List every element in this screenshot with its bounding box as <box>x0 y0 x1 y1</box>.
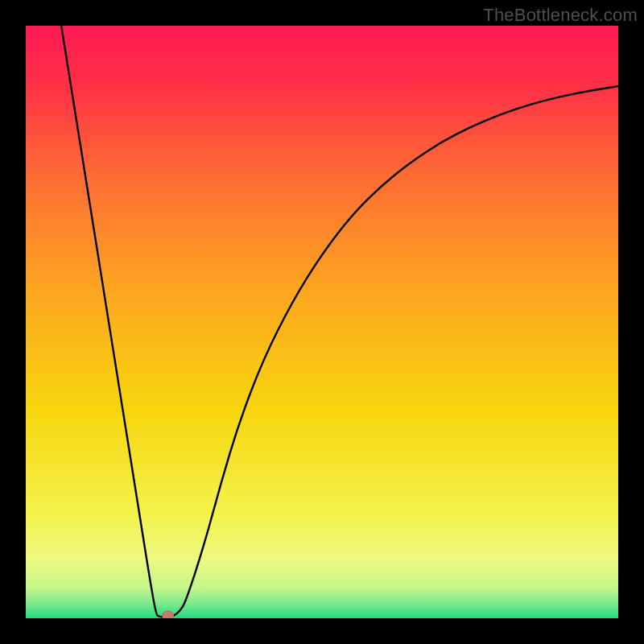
optimal-point-marker <box>163 611 174 618</box>
gradient-background <box>26 26 618 618</box>
plot-area <box>26 26 618 618</box>
gradient-plot <box>26 26 618 618</box>
attribution-text: TheBottleneck.com <box>483 5 638 26</box>
chart-frame: TheBottleneck.com <box>0 0 644 644</box>
